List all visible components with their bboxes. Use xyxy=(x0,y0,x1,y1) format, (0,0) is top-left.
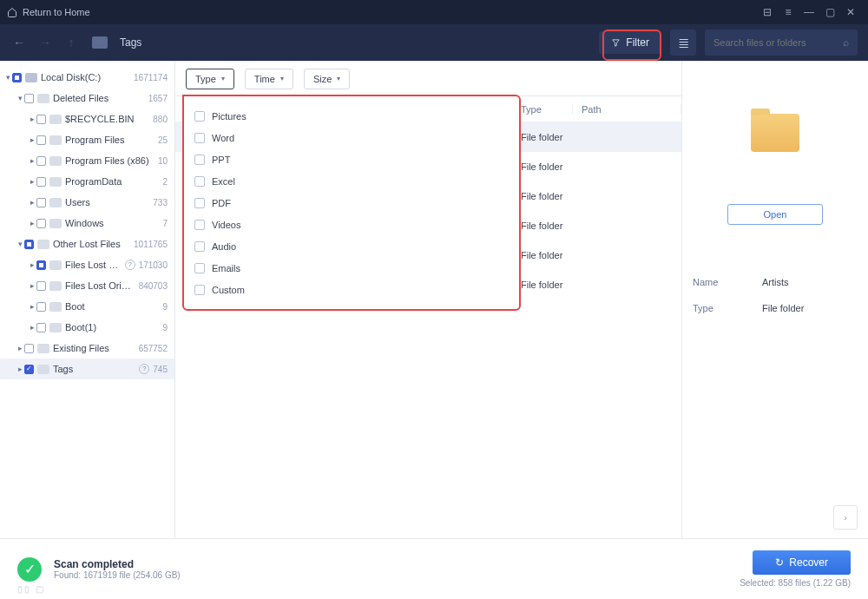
tree-checkbox[interactable] xyxy=(24,94,34,103)
tree-row[interactable]: ▾Deleted Files1657 xyxy=(0,88,174,109)
tree-row[interactable]: ▸Windows7 xyxy=(0,213,174,234)
tree-arrow-icon[interactable]: ▸ xyxy=(16,344,24,352)
type-option[interactable]: Word xyxy=(194,127,509,148)
tree-checkbox[interactable] xyxy=(36,156,46,166)
tree-arrow-icon[interactable]: ▸ xyxy=(28,323,36,332)
tree-row[interactable]: ▸Existing Files657752 xyxy=(0,338,174,359)
tree-arrow-icon[interactable]: ▸ xyxy=(28,302,36,311)
help-icon[interactable]: ? xyxy=(139,364,149,374)
tree-label: Tags xyxy=(53,364,137,374)
tree-row[interactable]: ▸Files Lost Origi...?171030 xyxy=(0,254,174,275)
tree-row[interactable]: ▸ProgramData2 xyxy=(0,171,174,192)
tree-checkbox[interactable] xyxy=(36,323,46,332)
search-box[interactable]: ⌕ xyxy=(705,30,858,56)
type-option[interactable]: Videos xyxy=(194,214,509,235)
type-option[interactable]: Excel xyxy=(194,170,509,192)
filter-type-select[interactable]: Type▾ xyxy=(186,69,234,89)
tree-arrow-icon[interactable]: ▾ xyxy=(16,94,24,102)
tree-arrow-icon[interactable]: ▸ xyxy=(28,115,36,123)
tree-count: 10 xyxy=(158,156,168,166)
option-checkbox[interactable] xyxy=(194,263,205,273)
nav-back-icon[interactable]: ← xyxy=(10,36,28,49)
type-option[interactable]: Audio xyxy=(194,235,509,257)
tree-arrow-icon[interactable]: ▸ xyxy=(28,281,36,290)
tree-row[interactable]: ▸Files Lost Original ...840703 xyxy=(0,275,174,296)
help-icon[interactable]: ? xyxy=(125,260,135,270)
recover-button[interactable]: ↻ Recover xyxy=(753,550,851,575)
option-checkbox[interactable] xyxy=(194,220,205,230)
tree-row[interactable]: ▸Users733 xyxy=(0,192,174,213)
tree-row[interactable]: ▾Local Disk(C:)1671174 xyxy=(0,67,174,88)
window-close-icon[interactable]: ✕ xyxy=(840,6,861,18)
tree-label: Program Files (x86) xyxy=(65,155,155,166)
tree-row[interactable]: ▸$RECYCLE.BIN880 xyxy=(0,109,174,129)
tree-checkbox[interactable] xyxy=(24,344,34,353)
type-filter-dropdown[interactable]: PicturesWordPPTExcelPDFVideosAudioEmails… xyxy=(182,95,521,311)
tree-arrow-icon[interactable]: ▸ xyxy=(28,135,36,144)
file-type-cell: File folder xyxy=(512,191,573,201)
tree-checkbox[interactable] xyxy=(36,135,46,145)
tree-checkbox[interactable] xyxy=(36,115,46,124)
tree-label: Program Files xyxy=(65,135,155,145)
tree-row[interactable]: ▸Tags?745 xyxy=(0,359,174,379)
open-button[interactable]: Open xyxy=(727,204,823,225)
window-list-icon[interactable]: ≡ xyxy=(778,6,799,18)
tree-arrow-icon[interactable]: ▾ xyxy=(16,240,24,248)
type-option[interactable]: Custom xyxy=(194,279,509,300)
tree-arrow-icon[interactable]: ▸ xyxy=(28,198,36,207)
type-option[interactable]: PPT xyxy=(194,148,509,170)
option-checkbox[interactable] xyxy=(194,176,205,187)
option-checkbox[interactable] xyxy=(194,111,205,122)
option-checkbox[interactable] xyxy=(194,198,205,208)
search-input[interactable] xyxy=(713,37,843,48)
home-icon[interactable] xyxy=(7,7,17,17)
playback-controls[interactable]: ▯▯ ▢ xyxy=(17,584,45,594)
tree-row[interactable]: ▾Other Lost Files1011765 xyxy=(0,234,174,254)
type-option[interactable]: PDF xyxy=(194,192,509,214)
tree-row[interactable]: ▸Boot(1)9 xyxy=(0,317,174,338)
option-checkbox[interactable] xyxy=(194,133,205,143)
option-checkbox[interactable] xyxy=(194,155,205,165)
tree-checkbox[interactable] xyxy=(36,219,46,228)
tree-checkbox[interactable] xyxy=(36,260,46,270)
tree-checkbox[interactable] xyxy=(36,198,46,207)
tree-row[interactable]: ▸Program Files25 xyxy=(0,129,174,150)
view-mode-button[interactable]: ≣ xyxy=(670,30,696,56)
tree-arrow-icon[interactable]: ▸ xyxy=(16,365,24,373)
tree-row[interactable]: ▸Boot9 xyxy=(0,296,174,317)
tree-arrow-icon[interactable]: ▾ xyxy=(3,73,12,82)
col-type[interactable]: Type xyxy=(512,104,573,115)
tree-checkbox[interactable] xyxy=(24,365,34,374)
nav-up-icon[interactable]: ↑ xyxy=(62,36,80,49)
window-menu-icon[interactable]: ⊟ xyxy=(757,6,778,18)
tree-arrow-icon[interactable]: ▸ xyxy=(28,177,36,186)
window-maximize-icon[interactable]: ▢ xyxy=(819,6,840,18)
option-checkbox[interactable] xyxy=(194,241,205,252)
filter-type-label: Type xyxy=(195,74,216,84)
window-minimize-icon[interactable]: — xyxy=(799,6,819,18)
tree-checkbox[interactable] xyxy=(36,281,46,291)
pager-next-button[interactable]: › xyxy=(833,505,858,530)
type-option[interactable]: Pictures xyxy=(194,105,509,127)
filter-bar: Type▾ Time▾ Size▾ xyxy=(175,62,681,96)
tree-checkbox[interactable] xyxy=(12,73,22,82)
option-checkbox[interactable] xyxy=(194,285,205,295)
tree-label: Existing Files xyxy=(53,343,135,353)
tree-arrow-icon[interactable]: ▸ xyxy=(28,219,36,227)
search-icon[interactable]: ⌕ xyxy=(843,36,849,49)
nav-forward-icon[interactable]: → xyxy=(36,36,54,49)
filter-time-select[interactable]: Time▾ xyxy=(245,69,293,89)
return-home-link[interactable]: Return to Home xyxy=(23,7,90,17)
filter-size-select[interactable]: Size▾ xyxy=(304,69,350,89)
tree-arrow-icon[interactable]: ▸ xyxy=(28,156,36,165)
tree-arrow-icon[interactable]: ▸ xyxy=(28,260,36,269)
sidebar-tree[interactable]: ▾Local Disk(C:)1671174▾Deleted Files1657… xyxy=(0,62,175,538)
tree-row[interactable]: ▸Program Files (x86)10 xyxy=(0,150,174,171)
file-panel: Type▾ Time▾ Size▾ Name Size Date Modifie… xyxy=(175,62,682,538)
tree-checkbox[interactable] xyxy=(36,177,46,187)
filter-button[interactable]: Filter xyxy=(599,31,661,54)
type-option[interactable]: Emails xyxy=(194,257,509,279)
col-path[interactable]: Path xyxy=(573,104,681,115)
tree-checkbox[interactable] xyxy=(36,302,46,312)
tree-checkbox[interactable] xyxy=(24,240,34,249)
